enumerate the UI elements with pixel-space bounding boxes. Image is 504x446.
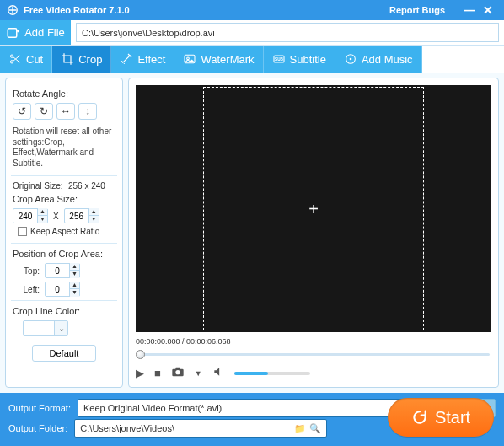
output-folder-label: Output Folder: <box>8 423 67 433</box>
subtitle-icon: SUB <box>272 52 286 66</box>
add-file-label: Add File <box>24 26 65 39</box>
tab-watermark-label: WaterMark <box>201 53 254 66</box>
music-icon <box>344 52 357 66</box>
crop-line-color-label: Crop Line Color: <box>13 306 115 316</box>
top-label: Top: <box>13 266 40 276</box>
size-x-label: X <box>53 212 59 221</box>
crop-width-stepper[interactable]: ▲▼ <box>13 208 48 223</box>
tab-crop-label: Crop <box>78 53 102 66</box>
report-bugs-link[interactable]: Report Bugs <box>389 5 445 15</box>
crop-height-input[interactable] <box>65 212 88 221</box>
rotate-note: Rotation will reset all other settings:C… <box>13 126 115 169</box>
main-row: Rotate Angle: ↺ ↻ ↔ ↕ Rotation will rese… <box>0 73 504 393</box>
seek-slider[interactable] <box>136 349 491 359</box>
volume-icon[interactable] <box>212 366 224 380</box>
crop-width-down[interactable]: ▼ <box>37 216 47 223</box>
file-path-field[interactable]: C:\Users\jonve\Desktop\drop.avi <box>76 23 499 42</box>
crop-line-color-picker[interactable]: ⌄ <box>23 320 68 336</box>
preview-panel: + 00:00:00.000 / 00:00:06.068 ▶ ■ ▼ <box>128 78 499 388</box>
scissors-icon <box>8 52 22 66</box>
timecode: 00:00:00.000 / 00:00:06.068 <box>136 337 491 346</box>
tabs-extra <box>422 46 504 73</box>
camera-icon <box>171 366 185 378</box>
rotate-ccw-button[interactable]: ↺ <box>13 103 31 120</box>
tab-cut[interactable]: Cut <box>0 46 52 73</box>
crop-top-stepper[interactable]: ▲▼ <box>45 263 80 278</box>
output-format-select[interactable]: Keep Original Video Format(*.avi) ▾ <box>78 399 405 417</box>
crop-height-down[interactable]: ▼ <box>88 216 99 223</box>
svg-rect-14 <box>175 368 180 370</box>
left-label: Left: <box>13 285 40 294</box>
add-file-icon <box>6 25 21 40</box>
keep-aspect-checkbox[interactable] <box>18 227 27 236</box>
rotate-cw-button[interactable]: ↻ <box>35 103 53 120</box>
window-title: Free Video Rotator 7.1.0 <box>24 5 130 15</box>
start-label: Start <box>435 408 470 427</box>
playback-controls: ▶ ■ ▼ <box>136 366 491 380</box>
filebar: Add File C:\Users\jonve\Desktop\drop.avi <box>0 20 504 46</box>
crop-left-stepper[interactable]: ▲▼ <box>45 282 80 297</box>
crop-width-input[interactable] <box>13 212 37 221</box>
open-folder-icon[interactable]: 📁 <box>294 423 306 434</box>
crop-panel: Rotate Angle: ↺ ↻ ↔ ↕ Rotation will rese… <box>5 78 123 388</box>
start-button[interactable]: Start <box>388 398 494 437</box>
play-button[interactable]: ▶ <box>136 367 144 379</box>
tab-addmusic-label: Add Music <box>362 53 413 66</box>
crop-width-up[interactable]: ▲ <box>37 208 47 216</box>
minimize-button[interactable]: — <box>460 3 479 17</box>
browse-folder-icon[interactable]: 🔍 <box>309 423 321 434</box>
video-preview[interactable]: + <box>136 85 491 332</box>
tab-effect-label: Effect <box>137 53 165 66</box>
titlebar: Free Video Rotator 7.1.0 Report Bugs — ✕ <box>0 0 504 20</box>
add-file-button[interactable]: Add File <box>0 20 71 45</box>
watermark-icon <box>183 52 196 66</box>
crop-top-down[interactable]: ▼ <box>69 271 79 278</box>
tabs: Cut Crop Effect WaterMark SUB Subtitle A… <box>0 46 504 73</box>
crop-height-up[interactable]: ▲ <box>88 208 99 216</box>
svg-point-13 <box>175 370 180 374</box>
tab-watermark[interactable]: WaterMark <box>174 46 263 73</box>
crop-top-input[interactable] <box>46 266 69 276</box>
tab-subtitle[interactable]: SUB Subtitle <box>264 46 335 73</box>
tab-add-music[interactable]: Add Music <box>335 46 422 73</box>
crop-icon <box>61 52 74 66</box>
output-format-value: Keep Original Video Format(*.avi) <box>83 403 222 413</box>
close-button[interactable]: ✕ <box>479 3 497 17</box>
tab-subtitle-label: Subtitle <box>290 53 326 66</box>
rotate-buttons: ↺ ↻ ↔ ↕ <box>13 103 115 120</box>
footer: Output Format: Keep Original Video Forma… <box>0 393 504 446</box>
svg-rect-1 <box>8 28 17 37</box>
output-format-label: Output Format: <box>8 403 71 413</box>
color-swatch <box>24 321 54 335</box>
refresh-icon <box>411 409 428 426</box>
stop-button[interactable]: ■ <box>154 367 161 379</box>
output-folder-value: C:\Users\jonve\Videos\ <box>80 423 294 433</box>
crop-height-stepper[interactable]: ▲▼ <box>64 208 99 223</box>
tab-effect[interactable]: Effect <box>111 46 174 73</box>
snapshot-dropdown[interactable]: ▼ <box>195 369 202 378</box>
tab-crop[interactable]: Crop <box>52 46 111 73</box>
app-icon <box>7 4 19 16</box>
svg-point-5 <box>124 63 125 64</box>
effect-icon <box>120 52 133 66</box>
color-dropdown-arrow[interactable]: ⌄ <box>54 321 67 335</box>
original-size-value: 256 x 240 <box>68 181 105 191</box>
speaker-icon <box>212 366 224 378</box>
snapshot-button[interactable] <box>171 366 185 380</box>
crop-left-input[interactable] <box>46 285 69 294</box>
crop-area-size-label: Crop Area Size: <box>13 194 115 204</box>
crop-position-label: Position of Crop Area: <box>13 249 115 259</box>
svg-point-4 <box>121 61 122 62</box>
original-size-label: Original Size: <box>13 181 63 191</box>
volume-slider[interactable] <box>234 372 310 375</box>
keep-aspect-label: Keep Aspect Ratio <box>30 227 99 236</box>
default-button[interactable]: Default <box>32 345 97 362</box>
crop-left-up[interactable]: ▲ <box>69 282 79 289</box>
crop-left-down[interactable]: ▼ <box>69 289 79 297</box>
seek-thumb[interactable] <box>136 350 145 359</box>
rotate-angle-label: Rotate Angle: <box>13 89 115 99</box>
crop-top-up[interactable]: ▲ <box>69 263 79 271</box>
output-folder-field[interactable]: C:\Users\jonve\Videos\ 📁 🔍 <box>74 419 327 438</box>
flip-horizontal-button[interactable]: ↔ <box>56 103 75 120</box>
flip-vertical-button[interactable]: ↕ <box>78 103 97 120</box>
